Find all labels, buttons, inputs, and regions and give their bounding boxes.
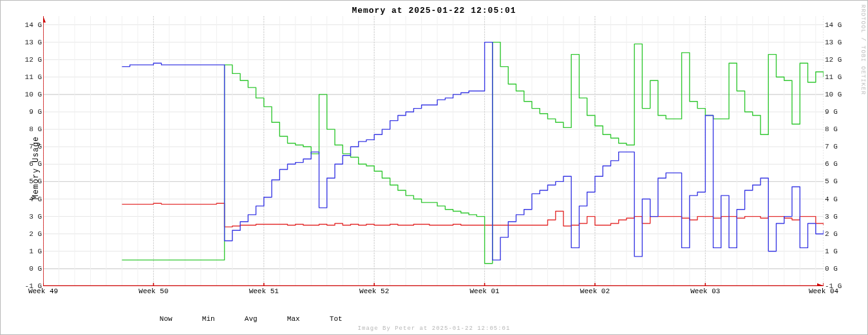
x-tick: Week 03 [690, 287, 720, 295]
x-axis-ticks: Week 49Week 50Week 51Week 52Week 01Week … [43, 286, 824, 296]
footer-credit: Image By Peter at 2025-01-22 12:05:01 [1, 325, 867, 332]
y-tick: 14 G [825, 21, 851, 29]
y-tick: 9 G [825, 108, 851, 116]
svg-marker-78 [43, 16, 46, 23]
plot-svg [43, 16, 824, 286]
legend-col-now: Now [160, 314, 202, 323]
y-tick: 13 G [16, 39, 42, 46]
y-tick: 1 G [825, 248, 851, 255]
y-tick: 3 G [825, 213, 851, 221]
y-tick: 9 G [16, 108, 42, 116]
y-tick: 10 G [16, 91, 42, 98]
legend-header-row: NowMinAvgMaxTot [14, 314, 372, 323]
x-tick: Week 02 [580, 287, 610, 295]
y-tick: 13 G [825, 39, 851, 46]
y-tick: 6 G [825, 160, 851, 168]
y-tick: 0 G [825, 265, 851, 273]
y-tick: 5 G [825, 177, 851, 185]
y-tick: 8 G [825, 125, 851, 133]
legend-col-max: Max [287, 314, 330, 323]
plot-area [43, 16, 824, 286]
y-tick: 7 G [825, 143, 851, 150]
y-tick: 11 G [825, 73, 851, 81]
y-tick: 12 G [16, 56, 42, 64]
y-tick: 12 G [825, 56, 851, 64]
y-axis-ticks-left: -1 G0 G1 G2 G3 G4 G5 G6 G7 G8 G9 G10 G11… [16, 16, 42, 286]
x-tick: Week 51 [249, 287, 279, 295]
x-tick: Week 04 [809, 287, 838, 295]
y-tick: 2 G [16, 230, 42, 238]
x-tick: Week 52 [359, 287, 389, 295]
rrd-credit: RRDTOOL / TOBI OETIKER [860, 5, 866, 95]
y-tick: 4 G [825, 195, 851, 203]
y-tick: 6 G [16, 160, 42, 168]
svg-rect-82 [43, 16, 824, 286]
y-tick: 2 G [825, 230, 851, 238]
x-tick: Week 49 [28, 287, 58, 295]
y-axis-ticks-right: -1 G0 G1 G2 G3 G4 G5 G6 G7 G8 G9 G10 G11… [825, 16, 851, 286]
y-tick: 1 G [16, 248, 42, 255]
x-tick: Week 50 [138, 287, 168, 295]
y-tick: 5 G [16, 177, 42, 185]
legend-col-min: Min [202, 314, 245, 323]
x-tick: Week 01 [469, 287, 499, 295]
y-tick: 0 G [16, 265, 42, 273]
y-tick: 4 G [16, 195, 42, 203]
y-tick: 10 G [825, 91, 851, 98]
legend-col-avg: Avg [245, 314, 287, 323]
chart-frame: Memory at 2025-01-22 12:05:01 RRDTOOL / … [0, 0, 868, 335]
legend-col-tot: Tot [330, 314, 372, 323]
y-tick: 11 G [16, 73, 42, 81]
y-tick: 8 G [16, 125, 42, 133]
y-tick: 7 G [16, 143, 42, 150]
y-tick: 3 G [16, 213, 42, 221]
chart-title: Memory at 2025-01-22 12:05:01 [1, 6, 867, 15]
y-tick: 14 G [16, 21, 42, 29]
